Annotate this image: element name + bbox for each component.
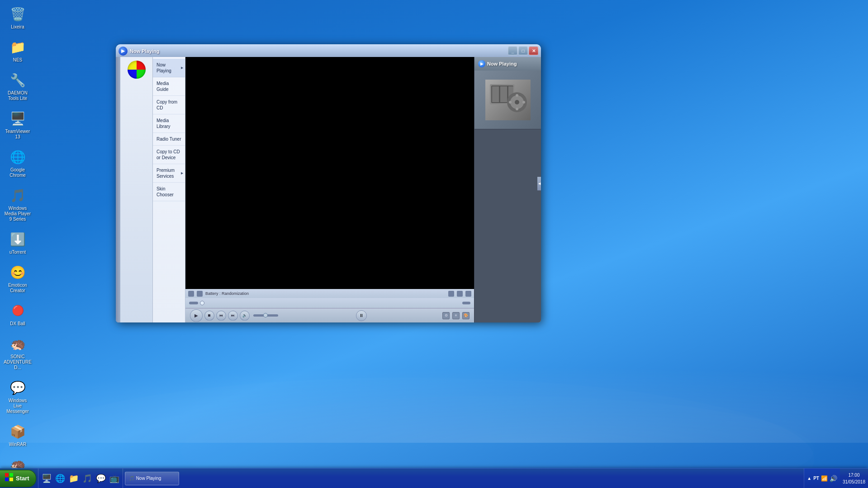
- wmp-minimize-button[interactable]: _: [508, 47, 517, 55]
- sonic-adventure-icon: 🦔: [9, 335, 27, 353]
- nav-item-premium[interactable]: Premium Services ▶: [153, 164, 185, 183]
- wmp-video-screen[interactable]: [185, 57, 474, 289]
- svg-rect-14: [5, 473, 9, 477]
- playlist-button[interactable]: ≡: [452, 312, 460, 319]
- wmp-maximize-button[interactable]: □: [518, 47, 528, 55]
- skins-button[interactable]: 🎨: [462, 312, 470, 319]
- nav-item-skin-chooser[interactable]: Skin Chooser: [153, 183, 185, 201]
- now-playing-header: ▶ Now Playing: [474, 57, 541, 71]
- svg-point-10: [516, 94, 518, 97]
- nes-folder-icon: 📁: [9, 38, 27, 56]
- now-playing-list: [474, 129, 541, 322]
- recycle-bin-label: Lixeira: [11, 24, 24, 30]
- chrome-label: Google Chrome: [4, 167, 31, 178]
- recycle-bin-icon: 🗑️: [9, 5, 27, 23]
- nes-label: NES: [13, 57, 23, 63]
- ql-messenger[interactable]: 💬: [95, 472, 107, 485]
- desktop-icon-teamviewer[interactable]: 🖥️ TeamViewer 13: [2, 107, 33, 142]
- ql-media-center[interactable]: 📺: [108, 472, 121, 485]
- svg-rect-5: [500, 86, 507, 102]
- teamviewer-label: TeamViewer 13: [4, 129, 31, 140]
- wmp-window-title: Now Playing: [130, 48, 508, 54]
- desktop-icon-wmp9[interactable]: 🎵 Windows Media Player 9 Series: [2, 184, 33, 225]
- desktop-icon-emoticon[interactable]: 😊 Emoticon Creator: [2, 261, 33, 296]
- desktop-icon-daemon-tools[interactable]: 🔧 DAEMON Tools Lite: [2, 68, 33, 104]
- tray-up-arrow[interactable]: ▲: [807, 476, 811, 481]
- system-tray: ▲ PT 📶 🔊: [804, 469, 840, 488]
- taskbar-apps-area: 🎵 Now Playing: [123, 472, 804, 485]
- svg-rect-17: [9, 478, 13, 481]
- seek-track-left: [189, 302, 198, 304]
- wmp-main-area: Now Playing ▶ Media Guide Copy from CD M…: [116, 57, 541, 322]
- stop-button[interactable]: ⏹: [204, 311, 214, 321]
- nav-item-copy-to-cd[interactable]: Copy to CD or Device: [153, 146, 185, 164]
- seek-track-right[interactable]: [204, 302, 460, 304]
- volume-tray-icon[interactable]: 🔊: [830, 475, 837, 482]
- status-icon-3: [448, 291, 454, 297]
- winrar-label: WinRAR: [9, 442, 26, 447]
- svg-point-12: [509, 101, 512, 104]
- nav-item-media-guide[interactable]: Media Guide: [153, 77, 185, 96]
- wmp-window-controls: _ □ ✕: [508, 47, 538, 55]
- ql-explorer[interactable]: 📁: [67, 472, 80, 485]
- eq-button[interactable]: ⏸: [356, 310, 367, 321]
- nav-item-media-library[interactable]: Media Library: [153, 114, 185, 133]
- system-clock[interactable]: 17:00 31/05/2018: [840, 472, 868, 485]
- wmp-playback-controls: ▶ ⏹ ⏮ ⏭ 🔈 ⏸ ⚙ ≡ 🎨: [185, 308, 474, 322]
- taskbar-app-wmp[interactable]: 🎵 Now Playing: [125, 472, 179, 485]
- desktop-icon-recycle-bin[interactable]: 🗑️ Lixeira: [2, 2, 33, 33]
- album-art: [485, 80, 531, 120]
- seek-knob[interactable]: [200, 301, 204, 305]
- wmp-right-panel: ▶ Now Playing: [474, 57, 541, 322]
- wmp-status-bar: Battery : Randomization: [185, 289, 474, 298]
- signal-bars-icon: 📶: [821, 475, 828, 482]
- wmp-logo-icon: ▶: [119, 47, 128, 56]
- desktop-icon-nes[interactable]: 📁 NES: [2, 35, 33, 66]
- start-button[interactable]: Start: [0, 470, 36, 487]
- dx-ball-label: DX Ball: [10, 321, 25, 327]
- utorrent-label: uTorrent: [9, 250, 26, 255]
- nav-collapse-arrow[interactable]: ◀: [537, 177, 541, 190]
- play-pause-button[interactable]: ▶: [190, 309, 203, 322]
- desktop-icon-chrome[interactable]: 🌐 Google Chrome: [2, 145, 33, 181]
- svg-point-9: [515, 100, 519, 104]
- now-playing-title: Now Playing: [487, 61, 517, 66]
- desktop-icon-sonic-adv[interactable]: 🦔 SONIC ADVENTURE D...: [2, 332, 33, 373]
- wmp-window: ▶ Now Playing _ □ ✕ Now Playing ▶: [116, 44, 541, 322]
- nav-item-radio-tuner[interactable]: Radio Tuner: [153, 133, 185, 146]
- live-messenger-icon: 💬: [9, 379, 27, 397]
- nav-item-now-playing[interactable]: Now Playing ▶: [153, 59, 185, 77]
- start-label: Start: [16, 475, 29, 482]
- chrome-icon: 🌐: [9, 148, 27, 166]
- wmp-nav-menu: Now Playing ▶ Media Guide Copy from CD M…: [153, 57, 185, 322]
- daemon-tools-label: DAEMON Tools Lite: [4, 90, 31, 101]
- sonic-adventure-label: SONIC ADVENTURE D...: [4, 354, 32, 370]
- desktop-icon-dx[interactable]: 🔴 DX Ball: [2, 299, 33, 329]
- volume-knob[interactable]: [263, 313, 268, 317]
- mute-button[interactable]: 🔈: [240, 311, 250, 321]
- ql-wmp[interactable]: 🎵: [81, 472, 94, 485]
- desktop-icon-winrar[interactable]: 📦 WinRAR: [2, 420, 33, 450]
- wmp-close-button[interactable]: ✕: [529, 47, 538, 55]
- wmp-titlebar[interactable]: ▶ Now Playing _ □ ✕: [116, 44, 541, 57]
- taskbar: Start 🖥️ 🌐 📁 🎵 💬 📺 🎵 Now Playing ▲ PT 📶 …: [0, 468, 868, 488]
- volume-track[interactable]: [253, 314, 278, 317]
- nav-item-copy-from-cd[interactable]: Copy from CD: [153, 96, 185, 114]
- status-icon-1: [188, 291, 194, 297]
- ql-show-desktop[interactable]: 🖥️: [40, 472, 53, 485]
- ql-chrome[interactable]: 🌐: [54, 472, 66, 485]
- daemon-tools-icon: 🔧: [9, 71, 27, 89]
- svg-rect-16: [5, 478, 9, 481]
- live-messenger-label: Windows Live Messenger: [4, 398, 31, 414]
- utorrent-icon: ⬇️: [9, 230, 27, 248]
- desktop-icon-utorrent[interactable]: ⬇️ uTorrent: [2, 227, 33, 258]
- status-icon-2: [197, 291, 203, 297]
- desktop-icon-live-messenger[interactable]: 💬 Windows Live Messenger: [2, 376, 33, 417]
- prev-button[interactable]: ⏮: [216, 311, 226, 321]
- taskbar-app-wmp-label: Now Playing: [136, 476, 161, 481]
- windows-start-icon: [5, 473, 14, 484]
- seek-end: [462, 302, 470, 304]
- windows-logo-icon: [128, 61, 146, 79]
- settings-eq-button[interactable]: ⚙: [442, 312, 450, 319]
- next-button[interactable]: ⏭: [228, 311, 238, 321]
